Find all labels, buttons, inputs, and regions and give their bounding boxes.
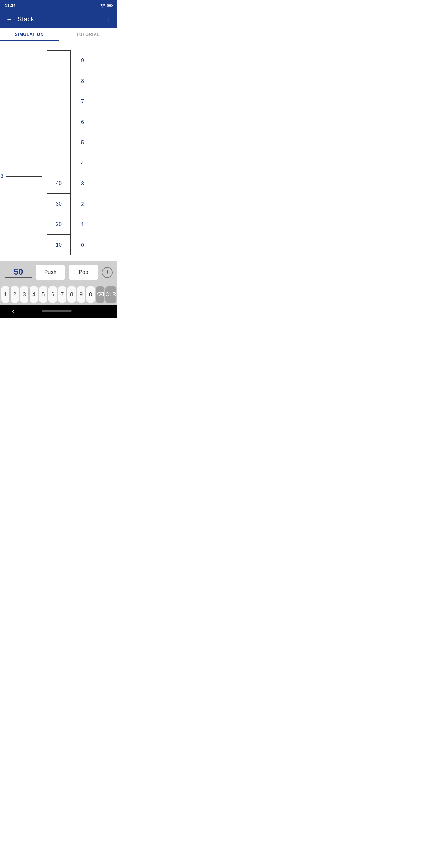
tabs: SIMULATION TUTORIAL [0,28,118,41]
stack-index-2: 2 [78,194,84,214]
svg-rect-2 [112,5,112,6]
info-button[interactable]: i [102,267,112,278]
key-6[interactable]: 6 [48,286,57,303]
app-bar: ← Stack ⋮ [0,11,118,28]
top-label: Top = 3 [0,173,3,179]
value-input[interactable] [5,267,32,278]
pop-button[interactable]: Pop [69,265,98,280]
tab-simulation[interactable]: SIMULATION [0,28,59,41]
stack-index-1: 1 [78,214,84,235]
nav-home-pill [41,310,72,312]
key-8[interactable]: 8 [67,286,75,303]
keyboard-row: 1234567890⌫CLR [0,286,118,303]
key-4[interactable]: 4 [30,286,38,303]
stack-index-4: 4 [78,153,84,173]
status-bar: 11:34 [0,0,118,11]
key-9[interactable]: 9 [77,286,85,303]
stack-cell-5 [47,132,71,153]
stack-index-5: 5 [78,132,84,153]
stack-index-7: 7 [78,91,84,112]
status-icons [100,3,112,7]
input-row: Push Pop i [5,265,112,280]
stack-container: Top = 3 40302010 9876543210 [47,50,71,255]
stack-index-3: 3 [78,173,84,194]
stack-cell-0: 10 [47,235,71,255]
stack-cell-7 [47,91,71,112]
top-label-line [6,176,42,177]
stack-index-8: 8 [78,71,84,91]
key-7[interactable]: 7 [58,286,66,303]
bottom-panel: Push Pop i [0,261,118,285]
key-clear[interactable]: CLR [105,286,116,303]
more-options-button[interactable]: ⋮ [102,13,114,26]
stack-cell-1: 20 [47,214,71,235]
svg-rect-1 [107,4,110,6]
key-0[interactable]: 0 [87,286,95,303]
back-button[interactable]: ← [4,13,15,26]
nav-bar: ‹ [0,305,118,318]
top-label-container: Top = 3 [0,173,42,179]
key-3[interactable]: 3 [20,286,28,303]
key-backspace[interactable]: ⌫ [96,286,104,303]
push-button[interactable]: Push [36,265,65,280]
status-time: 11:34 [5,3,16,8]
battery-icon [107,3,112,7]
stack-cell-4 [47,153,71,173]
key-1[interactable]: 1 [1,286,9,303]
stack-index-0: 0 [78,235,84,255]
simulation-area: Top = 3 40302010 9876543210 [0,41,118,261]
nav-back-button[interactable]: ‹ [12,308,14,315]
stack-cell-3: 40 [47,173,71,194]
key-2[interactable]: 2 [10,286,19,303]
stack-cell-9 [47,50,71,71]
stack-cell-8 [47,71,71,91]
stack-cell-2: 30 [47,194,71,214]
stack-index-9: 9 [78,50,84,71]
tab-tutorial[interactable]: TUTORIAL [59,28,118,41]
stack-index-6: 6 [78,112,84,132]
stack-indices: 9876543210 [78,50,84,255]
keyboard: 1234567890⌫CLR [0,285,118,305]
app-bar-title: Stack [18,16,102,23]
stack-cell-6 [47,112,71,132]
wifi-icon [100,3,105,7]
key-5[interactable]: 5 [39,286,47,303]
stack-visual: 40302010 [47,50,71,255]
